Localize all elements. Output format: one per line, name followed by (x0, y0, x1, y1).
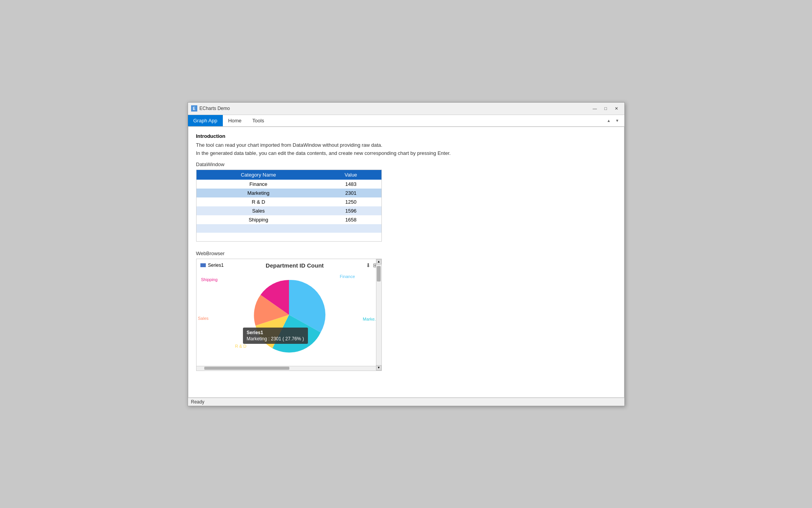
table-row[interactable]: Sales1596 (197, 206, 381, 215)
scrollbar-horizontal[interactable] (197, 366, 376, 371)
table-cell-category: Finance (197, 180, 321, 189)
app-icon-letter: E (193, 106, 195, 111)
nav-down-button[interactable]: ▼ (614, 117, 621, 124)
menu-bar: Graph App Home Tools ▲ ▼ (188, 115, 624, 127)
menu-items: Graph App Home Tools (188, 115, 270, 126)
scrollbar-h-thumb[interactable] (204, 367, 289, 370)
window-title: ECharts Demo (200, 106, 230, 111)
pie-chart-wrapper: Finance Marke... R & D Sales Shipping (197, 270, 381, 355)
chart-legend: Series1 (200, 263, 224, 268)
scrollbar-v-down[interactable]: ▼ (376, 365, 381, 371)
pie-label-sales: Sales (198, 316, 209, 321)
table-cell-value: 1596 (320, 206, 381, 215)
menu-item-home[interactable]: Home (223, 115, 247, 126)
table-row-empty (197, 233, 381, 241)
scrollbar-v-thumb[interactable] (377, 266, 381, 281)
scrollbar-v-up[interactable]: ▲ (376, 259, 381, 264)
menu-item-graph-app[interactable]: Graph App (188, 115, 223, 126)
pie-label-shipping: Shipping (201, 277, 218, 282)
table-row[interactable]: Shipping1658 (197, 215, 381, 224)
table-cell-category: Sales (197, 206, 321, 215)
menu-nav: ▲ ▼ (605, 117, 624, 124)
table-cell-category: Shipping (197, 215, 321, 224)
legend-label-series1: Series1 (208, 263, 224, 268)
data-table: Category Name Value Finance1483Marketing… (197, 170, 381, 241)
content-area: Introduction The tool can read your char… (188, 127, 624, 398)
table-row[interactable]: Marketing2301 (197, 189, 381, 197)
col-header-category: Category Name (197, 170, 321, 180)
title-bar-left: E ECharts Demo (191, 105, 230, 112)
datawindow-label: DataWindow (196, 161, 616, 167)
table-cell-value: 1250 (320, 197, 381, 206)
table-row-empty (197, 224, 381, 233)
intro-line1: The tool can read your chart imported fr… (196, 142, 616, 148)
intro-heading: Introduction (196, 133, 616, 139)
download-icon[interactable]: ⬇ (366, 262, 371, 268)
pie-label-finance: Finance (340, 274, 355, 279)
browser-container: Series1 Department ID Count ⬇ ⊞ (196, 259, 382, 371)
maximize-button[interactable]: □ (601, 105, 610, 112)
col-header-value: Value (320, 170, 381, 180)
table-cell-value: 1658 (320, 215, 381, 224)
table-cell-value: 1483 (320, 180, 381, 189)
intro-line2: In the generated data table, you can edi… (196, 150, 616, 156)
window-controls: — □ ✕ (590, 105, 621, 112)
chart-title: Department ID Count (266, 262, 324, 269)
nav-up-button[interactable]: ▲ (605, 117, 613, 124)
pie-chart-svg (239, 270, 339, 355)
webbrowser-label: WebBrowser (196, 251, 616, 256)
table-cell-category: R & D (197, 197, 321, 206)
main-window: E ECharts Demo — □ ✕ Graph App Home Tool… (188, 102, 625, 406)
chart-area: Series1 Department ID Count ⬇ ⊞ (197, 259, 381, 371)
table-cell-value: 2301 (320, 189, 381, 197)
table-row[interactable]: R & D1250 (197, 197, 381, 206)
table-cell-category: Marketing (197, 189, 321, 197)
status-text: Ready (191, 399, 205, 405)
legend-color-series1 (200, 263, 206, 267)
minimize-button[interactable]: — (590, 105, 600, 112)
table-row[interactable]: Finance1483 (197, 180, 381, 189)
menu-item-tools[interactable]: Tools (247, 115, 269, 126)
chart-header: Series1 Department ID Count ⬇ ⊞ (197, 259, 381, 270)
close-button[interactable]: ✕ (612, 105, 621, 112)
scrollbar-vertical[interactable]: ▲ ▼ (376, 259, 381, 371)
title-bar: E ECharts Demo — □ ✕ (188, 103, 624, 115)
status-bar: Ready (188, 398, 624, 406)
data-table-wrapper: Category Name Value Finance1483Marketing… (196, 170, 382, 242)
app-icon: E (191, 105, 197, 112)
browser-section: WebBrowser Series1 Department ID Count ⬇… (196, 251, 616, 371)
